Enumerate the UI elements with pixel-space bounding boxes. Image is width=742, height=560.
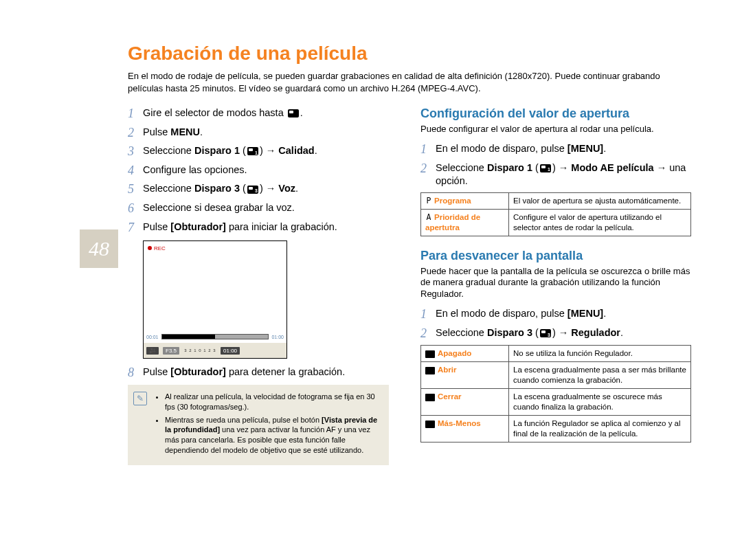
step-text: Configure las opciones. — [143, 164, 247, 177]
page-title: Grabación de una película — [128, 43, 691, 65]
step-number: 4 — [128, 164, 143, 179]
lcd-time-elapsed: 00:01 — [146, 335, 159, 339]
step-number: 7 — [128, 221, 143, 236]
option-name: Cerrar — [438, 392, 462, 401]
note-icon: ✎ — [133, 392, 147, 405]
option-desc: No se utiliza la función Regulador. — [509, 346, 691, 362]
movie-mode-icon — [288, 109, 299, 117]
table-row: Apagado No se utiliza la función Regulad… — [421, 346, 691, 362]
note-item: Mientras se rueda una película, pulse el… — [165, 415, 381, 456]
shoot1-icon — [247, 147, 258, 155]
note-item: Al realizar una película, la velocidad d… — [165, 392, 381, 412]
option-desc: Configure el valor de apertura utilizand… — [509, 209, 691, 236]
rec-label: REC — [154, 245, 166, 251]
table-row: PPrograma El valor de apertura se ajusta… — [421, 192, 691, 209]
lcd-time-total: 01:00 — [271, 335, 284, 339]
left-column: 1 Gire el selector de modos hasta . 2 Pu… — [128, 107, 398, 465]
section-heading: Configuración del valor de apertura — [420, 107, 691, 121]
step-number: 1 — [420, 307, 436, 322]
table-row: Abrir La escena gradualmente pasa a ser … — [421, 362, 691, 389]
fade-section: Para desvanecer la pantalla Puede hacer … — [420, 249, 691, 443]
aperture-section: Configuración del valor de apertura Pued… — [420, 107, 691, 236]
step-text: Seleccione Disparo 1 () → Modo AE pelícu… — [436, 161, 691, 188]
section-intro: Puede hacer que la pantalla de la pelícu… — [420, 266, 691, 301]
main-steps-cont: 8 Pulse [Obturador] para detener la grab… — [128, 366, 398, 381]
mode-symbol: P — [425, 196, 432, 206]
step-number: 3 — [128, 144, 143, 159]
table-row: Cerrar La escena gradualmente se oscurec… — [421, 389, 691, 416]
lcd-bottom-bar: 🎥 F3.5 3210123 01:00 — [144, 343, 286, 358]
mode-symbol: A — [425, 212, 432, 223]
shoot3-icon — [540, 329, 551, 337]
step-text: Gire el selector de modos hasta . — [143, 107, 303, 120]
option-name: Abrir — [438, 366, 456, 374]
step-number: 6 — [128, 201, 143, 216]
step-number: 5 — [128, 182, 143, 197]
right-column: Configuración del valor de apertura Pued… — [420, 107, 691, 465]
section-heading: Para desvanecer la pantalla — [420, 249, 691, 263]
fade-icon — [425, 350, 435, 358]
step-text: Pulse [Obturador] para detener la grabac… — [143, 366, 345, 379]
note-box: ✎ Al realizar una película, la velocidad… — [128, 385, 389, 465]
intro-text: En el modo de rodaje de película, se pue… — [128, 70, 664, 94]
page-number: 48 — [89, 237, 109, 260]
step-number: 1 — [420, 142, 436, 157]
lcd-screen-area: REC — [144, 241, 286, 331]
lcd-aperture: F3.5 — [163, 347, 179, 355]
step-number: 1 — [128, 107, 143, 122]
step-number: 2 — [420, 161, 436, 177]
lcd-preview: REC 00:01 01:00 🎥 F3.5 3210123 01:00 — [143, 240, 287, 359]
fade-table: Apagado No se utiliza la función Regulad… — [420, 345, 691, 443]
step-text: Seleccione Disparo 3 () → Voz. — [143, 182, 298, 196]
table-row: Más-Menos La función Regulador se aplica… — [421, 416, 691, 443]
step-text: Seleccione Disparo 1 () → Calidad. — [143, 144, 317, 158]
step-number: 2 — [420, 326, 436, 341]
step-text: Seleccione si desea grabar la voz. — [143, 201, 295, 215]
lcd-track — [161, 334, 269, 339]
fade-icon — [425, 367, 435, 374]
option-desc: La escena gradualmente se oscurece más c… — [509, 389, 691, 416]
lcd-mode-icon: 🎥 — [146, 347, 159, 355]
step-number: 2 — [128, 126, 143, 141]
option-name: Más-Menos — [438, 419, 481, 427]
page-content: Grabación de una película En el modo de … — [128, 43, 691, 465]
step-text: Pulse MENU. — [143, 126, 203, 139]
rec-dot-icon — [148, 246, 152, 250]
fade-icon — [425, 394, 435, 401]
option-name: Programa — [434, 197, 471, 205]
page-number-tab: 48 — [80, 229, 118, 268]
lcd-progress-bar: 00:01 01:00 — [144, 331, 286, 343]
step-text: En el modo de disparo, pulse [MENU]. — [436, 142, 606, 156]
option-desc: El valor de apertura se ajusta automátic… — [509, 192, 691, 209]
step-text: Seleccione Disparo 3 () → Regulador. — [436, 326, 623, 340]
shoot1-icon — [540, 164, 551, 172]
option-desc: La escena gradualmente pasa a ser más br… — [509, 362, 691, 389]
option-name: Prioridad de apertutra — [425, 213, 480, 232]
main-steps: 1 Gire el selector de modos hasta . 2 Pu… — [128, 107, 398, 235]
option-name: Apagado — [438, 349, 471, 357]
lcd-exposure-scale: 3210123 — [183, 348, 216, 352]
table-row: APrioridad de apertutra Configure el val… — [421, 209, 691, 236]
step-number: 8 — [128, 366, 143, 381]
step-text: En el modo de disparo, pulse [MENU]. — [436, 307, 606, 321]
section-intro: Puede configurar el valor de apertura al… — [420, 124, 691, 135]
aperture-table: PPrograma El valor de apertura se ajusta… — [420, 192, 691, 236]
option-desc: La función Regulador se aplica al comien… — [509, 416, 691, 443]
shoot3-icon — [247, 186, 258, 194]
lcd-duration: 01:00 — [221, 347, 240, 355]
fade-icon — [425, 421, 435, 428]
step-text: Pulse [Obturador] para iniciar la grabac… — [143, 221, 337, 234]
